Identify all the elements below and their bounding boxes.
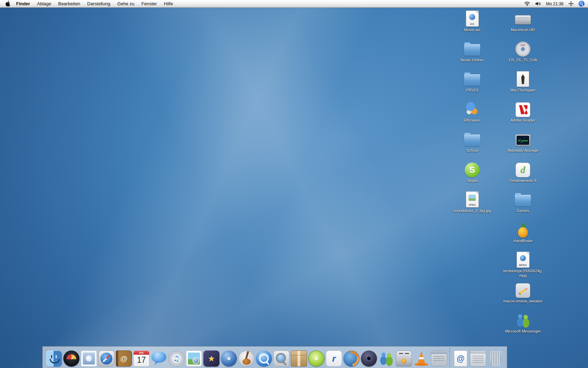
input-arrows-menu-icon[interactable] [568, 1, 574, 6]
desktop-icon-label: Macintosh HD [511, 28, 535, 32]
dreamweaver-app-icon: d [514, 161, 531, 177]
dock-item-realplayer[interactable]: r [325, 349, 343, 367]
desktop-icon-movie-avi[interactable]: AVIMovie.avi [448, 10, 497, 40]
desktop-icon-aktivit-ts-anzeige[interactable]: Aktivitäts-Anzeige [498, 130, 547, 161]
menu-ablage[interactable]: Ablage [34, 0, 55, 8]
itunes-icon [168, 350, 184, 367]
dock-item-mail[interactable] [80, 349, 98, 367]
menu-darstellung[interactable]: Darstellung [84, 0, 114, 8]
dock-item-address-book[interactable]: @ [115, 349, 133, 367]
desktop-icon-label: Dreamweaver 8 [509, 178, 537, 183]
dock-item-garageband[interactable] [238, 349, 255, 367]
dock-item-firefox[interactable] [343, 349, 360, 367]
icon-shape: MPEG [517, 252, 530, 268]
desktop-icon-macintosh-hd[interactable]: Macintosh HD [498, 10, 547, 40]
dock-item-sherlock[interactable] [273, 349, 290, 367]
icon-badge-text: DVD [521, 44, 525, 46]
icon-shape: DVD [515, 41, 531, 57]
icon-badge-text: @ [457, 354, 464, 363]
desktop-icon-label: Neuer Ordner [460, 58, 484, 62]
folder-icon [464, 130, 481, 147]
icon-shape: JPEG [466, 191, 479, 207]
ical-icon: JUL17 [133, 350, 149, 367]
icon-badge-text: AVI [470, 23, 474, 25]
msn-messenger-icon [378, 350, 394, 367]
icon-shape: S [465, 163, 479, 177]
dock-item-docked-window[interactable] [469, 349, 487, 367]
realplayer-icon: r [326, 350, 342, 367]
desktop-icon-school[interactable]: School [448, 130, 497, 161]
menu-bearbeiten[interactable]: Bearbeiten [55, 0, 84, 8]
wifi-menu-icon[interactable] [524, 1, 530, 6]
dock-item-ichat[interactable] [150, 349, 168, 367]
rbrowser-app-icon [464, 100, 481, 117]
ichat-icon [151, 350, 167, 367]
icon-shape [515, 134, 531, 146]
dock-item-itunes[interactable] [168, 349, 185, 367]
desktop-icon-skype[interactable]: SSkype [448, 161, 497, 191]
desktop-icon-prv03[interactable]: PRV03 [448, 70, 497, 100]
icon-badge-text: d [520, 165, 525, 176]
dock-item-iphoto[interactable] [185, 349, 203, 367]
mactheripper-app-icon [514, 70, 531, 87]
desktop-icon-neuer-ordner[interactable]: Neuer Ordner [448, 40, 497, 70]
dock-item-dvd-player[interactable] [360, 349, 378, 367]
dock-item-idvd[interactable] [220, 349, 238, 367]
apple-menu[interactable] [3, 0, 13, 8]
docked-window-icon [470, 350, 486, 367]
dock-item-finder[interactable] [45, 349, 63, 367]
menu-finder[interactable]: Finder [13, 0, 34, 8]
menu-bar: FinderAblageBearbeitenDarstellungGehe zu… [0, 0, 588, 8]
menu-hilfe[interactable]: Hilfe [160, 0, 176, 8]
dock-item-trash[interactable] [487, 349, 504, 367]
desktop-icon-microsoft-messenger[interactable]: Microsoft Messenger [498, 311, 547, 341]
desktop-icon-rbrowser[interactable]: RBrowser [448, 100, 497, 130]
desktop-icon-label: HandBrake [513, 239, 532, 243]
desktop-icon-soundsticks-ii-big-jpg[interactable]: JPEGsoundsticks_II_big.jpg [448, 191, 497, 221]
menu-clock[interactable]: Mo 21:38 [546, 1, 564, 6]
menu-fenster[interactable]: Fenster [138, 0, 160, 8]
icon-badge-text: S [469, 165, 475, 175]
handbrake-app-icon [514, 221, 531, 238]
spotlight-menu-icon[interactable] [579, 1, 584, 7]
desktop-icon-dreamweaver-8[interactable]: dDreamweaver 8 [498, 161, 547, 191]
desktop-icon-adobe-reader[interactable]: Adobe Reader [498, 100, 547, 130]
dock-item-quicktime[interactable] [255, 349, 273, 367]
adobe-reader-app-icon [514, 100, 531, 117]
icon-badge-text: 17 [137, 355, 146, 365]
skype-app-icon: S [464, 161, 481, 177]
icon-shape: AVI [466, 11, 479, 27]
dock-item-dashboard[interactable] [63, 349, 80, 367]
dock-item-msn-messenger[interactable] [378, 349, 395, 367]
dock-item-vlc[interactable] [413, 349, 430, 367]
desktop-icons-inner-column: AVIMovie.aviNeuer OrdnerPRV03RBrowserSch… [448, 10, 497, 221]
dock-item-safari[interactable] [98, 349, 115, 367]
dock-item-remote-desktop[interactable] [430, 349, 448, 367]
dock: @JUL17r@ [42, 346, 507, 368]
desktop-icon-macos-review-tweaker[interactable]: macos-review_tweaker [498, 281, 547, 311]
desktop-icon-games[interactable]: Games [498, 191, 547, 221]
desktop-icon-label: soundsticks_II_big.jpg [453, 209, 491, 213]
desktop-icon-mactheripper[interactable]: MacTheRipper [498, 70, 547, 100]
dock-item-imovie[interactable] [203, 349, 220, 367]
desktop-icon-label: Adobe Reader [511, 118, 536, 123]
volume-menu-icon[interactable] [535, 1, 541, 6]
dock-item-toast[interactable] [395, 349, 413, 367]
trash-icon [489, 350, 503, 367]
jpeg-document-icon: JPEG [464, 191, 481, 207]
icon-shape [516, 283, 530, 298]
dock-item-package[interactable] [290, 349, 308, 367]
menu-bar-status: Mo 21:38 [524, 0, 585, 8]
dock-item-limewire[interactable] [308, 349, 325, 367]
desktop-icon-label: Skype [467, 178, 478, 183]
dock-item-ical[interactable]: JUL17 [133, 349, 150, 367]
desktop-icon-handbrake[interactable]: HandBrake [498, 221, 547, 251]
dock-item-at-document[interactable]: @ [452, 349, 469, 367]
desktop-icon-label: lernbiotope20050624g.mpg [502, 269, 544, 278]
desktop-icons-outer-column: Macintosh HDDVDER_S5_T5_D3AMacTheRipperA… [498, 10, 547, 341]
menu-gehe-zu[interactable]: Gehe zu [114, 0, 138, 8]
safari-icon [98, 350, 114, 367]
desktop-icon-lernbiotope20050624g-mpg[interactable]: MPEGlernbiotope20050624g.mpg [498, 251, 547, 281]
desktop-icon-er-s5-t5-d3a[interactable]: DVDER_S5_T5_D3A [498, 40, 547, 70]
folder-icon [464, 70, 481, 87]
